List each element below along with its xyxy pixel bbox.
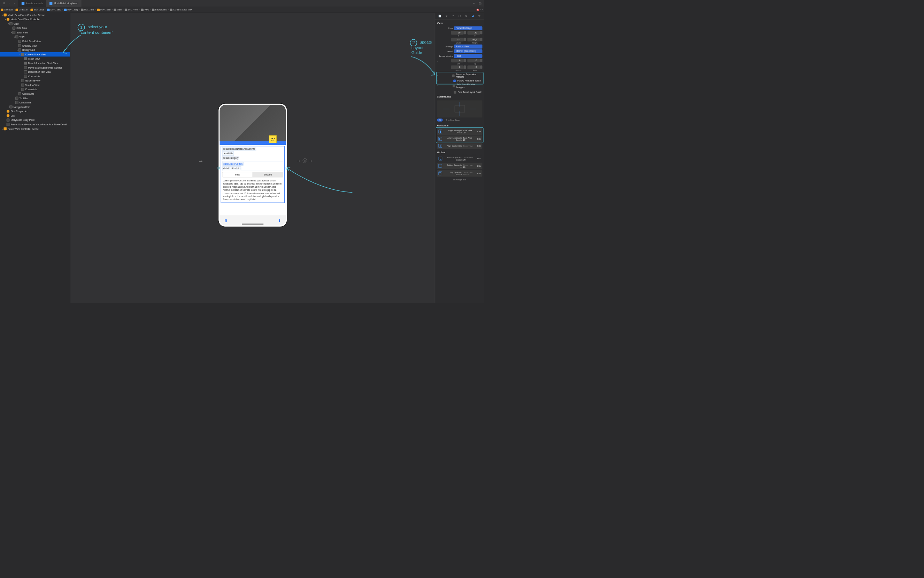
follow-readable-checkbox[interactable]: ✓ [453, 80, 456, 82]
x-field[interactable] [451, 31, 464, 34]
leading-constraint-handle[interactable] [217, 166, 220, 169]
margin-left-field[interactable] [451, 59, 464, 62]
share-icon[interactable]: ⬆ [278, 218, 281, 223]
tree-row[interactable]: Movie State Segmented Control [0, 65, 70, 70]
tree-row[interactable]: ▾View [0, 35, 70, 39]
add-margin-btn[interactable]: + [437, 60, 438, 63]
connections-inspector-icon[interactable]: ⟳ [477, 14, 482, 18]
tree-row[interactable]: ▾View [0, 21, 70, 26]
trailing-constraint-handle[interactable] [285, 166, 288, 169]
constraint-item[interactable]: ┃ Align Center X to:Superview Edit [437, 143, 482, 149]
layout-select[interactable]: Inferred (Constraints) [454, 49, 482, 53]
pill-this-size[interactable]: This Size Class [444, 119, 461, 122]
edit-button[interactable]: Edit [477, 172, 481, 174]
stepper[interactable] [480, 37, 482, 41]
identity-inspector-icon[interactable]: ▢ [457, 14, 462, 18]
edit-button[interactable]: Edit [477, 165, 481, 167]
pill-all[interactable]: All [437, 119, 443, 122]
tree-row[interactable]: Navigation Item [0, 105, 70, 109]
nav-fwd-icon[interactable]: › [13, 2, 16, 5]
file-inspector-icon[interactable]: 📄 [438, 14, 442, 18]
margins-select[interactable]: Fixed [454, 54, 482, 58]
stepper[interactable] [464, 37, 466, 41]
constraint-item[interactable]: ▁ Bottom Space to:SuperviewEquals:20 Edi… [437, 155, 482, 162]
tree-row[interactable]: Shadow View [0, 83, 70, 88]
crumb[interactable]: Scr…View [124, 8, 139, 11]
tree-row[interactable]: ▾Movie Detail View Controller [0, 17, 70, 21]
adjust-editor-icon[interactable]: ≡ [472, 2, 476, 5]
crumb[interactable]: Content Stack View [169, 8, 193, 11]
content-stack-view[interactable]: detail.releaseDateAndRuntime detail.titl… [221, 146, 284, 203]
constraint-item[interactable]: ▐ Align Trailing to:Safe AreaEquals:20 E… [437, 128, 482, 135]
height-field[interactable] [467, 37, 480, 41]
tree-row[interactable]: First Responder [0, 109, 70, 114]
y-field[interactable] [467, 31, 480, 34]
crumb-prev-icon[interactable]: ‹ [480, 8, 481, 11]
preserve-checkbox[interactable] [452, 75, 455, 77]
tree-row[interactable]: GuidelineView [0, 78, 70, 83]
segment-second[interactable]: Second [252, 172, 283, 177]
assistant-icon[interactable]: ▯▯ [478, 2, 482, 5]
tree-row[interactable]: ▾Scroll View [0, 30, 70, 35]
edit-button[interactable]: Edit [477, 131, 481, 133]
tree-row[interactable]: Storyboard Entry Point [0, 118, 70, 123]
segmented-control[interactable]: First Second [222, 172, 283, 177]
tree-row[interactable]: Safe Area [0, 26, 70, 30]
crumb[interactable]: Stor…ards [29, 8, 45, 11]
margin-right-field[interactable] [467, 65, 480, 69]
tree-row[interactable]: Description Text View [0, 70, 70, 74]
tree-row[interactable]: More Information Stack View [0, 61, 70, 65]
tree-row[interactable]: Constraints [0, 92, 70, 96]
size-inspector-icon[interactable]: ◢ [471, 14, 475, 18]
ib-canvas[interactable]: ★★★ 6.3 detail.releaseDateAndRuntime det… [70, 13, 435, 303]
tree-row[interactable]: Exit [0, 114, 70, 118]
related-items-icon[interactable]: ⊞ [2, 2, 6, 5]
stepper[interactable] [464, 31, 466, 34]
constraints-diagram[interactable] [437, 100, 482, 117]
constraint-item[interactable]: ▁ Bottom Space to:Superview>=20 Edit [437, 162, 482, 169]
tree-row[interactable]: ▸Poster View Controller Scene [0, 127, 70, 131]
history-inspector-icon[interactable]: ⏱ [444, 14, 449, 18]
crumb[interactable]: Cineaste [0, 8, 13, 11]
tree-row[interactable]: ▾Content Stack View [0, 52, 70, 57]
crumb[interactable]: View [140, 8, 150, 11]
tree-row[interactable]: Constraints [0, 74, 70, 79]
trailer-button[interactable]: detail.trailerButton [222, 162, 243, 166]
crumb[interactable]: Mov…oard [46, 8, 62, 11]
segment-first[interactable]: First [222, 172, 252, 177]
crumb[interactable]: Mov…ase) [63, 8, 79, 11]
margin-bottom-field[interactable] [451, 65, 464, 69]
add-btn[interactable]: + [437, 80, 438, 82]
add-btn[interactable]: + [437, 84, 438, 88]
crumb[interactable]: Background [151, 8, 168, 11]
crumb[interactable]: Mov…oller [96, 8, 112, 11]
show-select[interactable]: Frame Rectangle [454, 26, 482, 30]
edit-button[interactable]: Edit [477, 157, 480, 159]
margin-top-field[interactable] [467, 59, 480, 62]
close-crumb-icon[interactable]: × [477, 8, 479, 11]
safe-area-relative-checkbox[interactable] [452, 84, 455, 87]
edit-button[interactable]: Edit [477, 138, 481, 140]
crumb[interactable]: View [113, 8, 122, 11]
edit-button[interactable]: Edit [477, 145, 481, 147]
help-inspector-icon[interactable]: ? [451, 14, 455, 18]
constraint-item[interactable]: ▌ Align Leading to:Safe AreaEquals:20 Ed… [437, 135, 482, 142]
crumb-next-icon[interactable]: › [482, 8, 483, 11]
tree-row[interactable]: Tool Bar [0, 96, 70, 101]
trash-icon[interactable]: 🗑 [224, 218, 228, 222]
safe-area-guide-checkbox[interactable] [454, 91, 456, 93]
tree-row[interactable]: Constraints [0, 87, 70, 92]
add-btn[interactable]: + [437, 74, 438, 77]
tree-row[interactable]: Shadow View [0, 44, 70, 48]
attributes-inspector-icon[interactable]: ⚙ [464, 14, 468, 18]
crumb[interactable]: Mov…ene [80, 8, 95, 11]
nav-back-icon[interactable]: ‹ [7, 2, 11, 5]
arrange-select[interactable]: Position View [454, 45, 482, 49]
tab-storyboard[interactable]: MovieDetail.storyboard [46, 0, 81, 6]
document-outline[interactable]: ▾Movie Detail View Controller Scene▾Movi… [0, 13, 70, 303]
tree-row[interactable]: Present Modally segue "showPosterFromMov… [0, 122, 70, 127]
tab-assets[interactable]: Assets.xcassets [18, 0, 46, 6]
tree-row[interactable]: Stack View [0, 57, 70, 61]
stepper[interactable] [480, 31, 482, 34]
tree-row[interactable]: ▾Movie Detail View Controller Scene [0, 13, 70, 18]
